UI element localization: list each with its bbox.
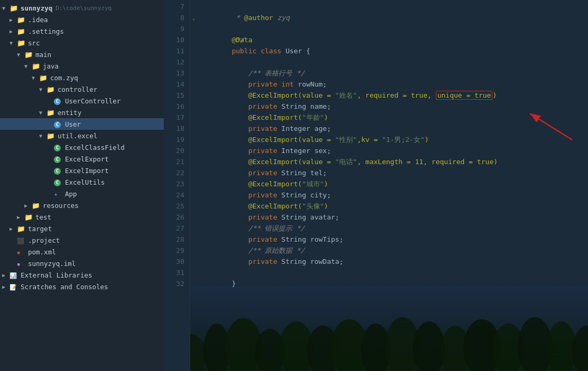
src-folder-icon: 📁 [17,39,26,47]
code-line-29: private String rowData; [199,245,588,256]
item-label: util.excel [58,132,97,140]
collapse-arrow[interactable]: ▼ [39,87,46,92]
tree-item-src[interactable]: ▼ 📁 src [0,37,164,49]
item-label: entity [58,109,81,117]
expand-arrow[interactable]: ▶ [10,17,17,23]
code-line-7: * @author zyq [199,1,588,12]
collapse-arrow[interactable]: ▼ [17,52,24,58]
project-file-icon: ⬛ [17,236,26,244]
tree-item-settings[interactable]: ▶ 📁 .settings [0,25,164,37]
collapse-arrow[interactable]: ▼ [39,110,46,116]
code-area: 7 8 9 10 11 12 13 14 15 16 17 18 19 20 2… [164,0,588,371]
tree-item-excelexport[interactable]: C ExcelExport [0,153,164,165]
java-class-icon: C [54,178,63,186]
tree-item-controller[interactable]: ▼ 📁 controller [0,83,164,95]
tree-item-com-zyq[interactable]: ▼ 📁 com.zyq [0,72,164,83]
java-class-icon: C [54,97,63,105]
code-line-16: @ExcelImport("年龄") [199,101,588,112]
item-label: Scratches and Consoles [21,283,108,291]
folder-icon: 📁 [46,85,56,93]
project-folder-icon: 📁 [10,4,19,12]
file-tree[interactable]: ▼ 📁 sunnyzyq D:\code\sunnyzyq ▶ 📁 .idea … [0,0,164,371]
tree-item-scratches[interactable]: ▶ 📝 Scratches and Consoles [0,281,164,292]
tree-item-app[interactable]: ✦ App [0,188,164,199]
tree-item-usercontroller[interactable]: C UserController [0,95,164,107]
code-line-11 [199,45,588,56]
item-label: java [43,62,59,70]
tree-item-target[interactable]: ▶ 📁 target [0,223,164,234]
code-line-27: private String rowTips; [199,223,588,234]
item-label: External Libraries [21,271,92,279]
tree-item-user[interactable]: C User [0,118,164,130]
code-line-25: private String avatar; [199,201,588,212]
expand-arrow[interactable]: ▶ [10,28,17,34]
tree-item-excelutils[interactable]: C ExcelUtils [0,176,164,188]
expand-arrow[interactable]: ▶ [24,203,32,208]
tree-root[interactable]: ▼ 📁 sunnyzyq D:\code\sunnyzyq [0,2,164,14]
item-label: controller [58,85,97,93]
item-label: pom.xml [28,248,56,256]
target-folder-icon: 📁 [17,225,26,233]
tree-item-util-excel[interactable]: ▼ 📁 util.excel [0,130,164,141]
java-folder-icon: 📁 [32,62,41,70]
folder-icon: 📁 [17,27,26,35]
folder-icon: 📁 [46,132,56,140]
code-line-10: public class User { [199,34,588,45]
code-line-8: ▸ */ [199,12,588,23]
collapse-arrow[interactable]: ▼ [2,5,10,11]
fold-icon[interactable]: ▸ [192,14,196,25]
java-class-icon: C [54,155,63,163]
tree-item-pom[interactable]: ▪ pom.xml [0,246,164,258]
code-line-30 [199,256,588,267]
collapse-arrow[interactable]: ▼ [10,40,17,46]
expand-arrow[interactable]: ▶ [10,226,17,232]
tree-item-test[interactable]: ▶ 📁 test [0,211,164,223]
java-class-icon: C [54,143,63,151]
item-label: .idea [28,16,48,24]
tree-item-java[interactable]: ▼ 📁 java [0,60,164,72]
item-label: sunnyzyq.iml [28,260,76,268]
code-line-22: @ExcelImport("城市") [199,167,588,178]
tree-item-resources[interactable]: ▶ 📁 resources [0,199,164,211]
code-line-12: /** 表格行号 */ [199,56,588,68]
collapse-arrow[interactable]: ▼ [24,63,32,69]
collapse-arrow[interactable]: ▼ [32,75,39,81]
code-line-32 [199,278,588,289]
collapse-arrow[interactable]: ▼ [39,133,46,139]
item-label: ExcelUtils [65,178,105,186]
java-class-icon: C [54,120,63,128]
code-editor[interactable]: 7 8 9 10 11 12 13 14 15 16 17 18 19 20 2… [164,0,588,371]
expand-arrow[interactable]: ▶ [2,284,10,290]
main-folder-icon: 📁 [24,51,34,59]
tree-item-idea[interactable]: ▶ 📁 .idea [0,14,164,25]
code-line-20: @ExcelImport(value = "电话", maxLength = 1… [199,145,588,156]
project-root-label: sunnyzyq [21,4,52,12]
item-label: .settings [28,27,64,35]
item-label: com.zyq [50,74,78,82]
tree-item-iml[interactable]: ▪ sunnyzyq.iml [0,258,164,269]
code-line-14: @ExcelImport(value = "姓名", required = tr… [199,79,588,90]
item-label: User [65,120,81,128]
tree-item-project-file[interactable]: ⬛ .project [0,234,164,246]
expand-arrow[interactable]: ▶ [17,214,24,220]
item-label: target [28,225,52,233]
code-content[interactable]: * @author zyq ▸ */ @Data public class Us… [190,0,588,371]
project-path: D:\code\sunnyzyq [55,5,111,12]
item-label: src [28,39,40,47]
tree-item-external-libs[interactable]: ▶ 📊 External Libraries [0,269,164,281]
code-line-15: private String name; [199,90,588,101]
tree-item-excelimport[interactable]: C ExcelImport [0,165,164,176]
item-label: App [65,190,77,198]
folder-icon: 📁 [17,16,26,24]
tree-item-excelclassfield[interactable]: C ExcelClassField [0,141,164,153]
item-label: main [35,51,51,59]
tree-item-main[interactable]: ▼ 📁 main [0,49,164,60]
tree-item-entity[interactable]: ▼ 📁 entity [0,107,164,118]
code-line-26: /** 错误提示 */ [199,212,588,223]
code-line-21: private String tel; [199,156,588,167]
item-label: .project [28,236,60,244]
expand-arrow[interactable]: ▶ [2,272,10,278]
resources-folder-icon: 📁 [32,202,41,210]
test-folder-icon: 📁 [24,213,34,221]
code-line-28: /** 原始数据 */ [199,234,588,245]
